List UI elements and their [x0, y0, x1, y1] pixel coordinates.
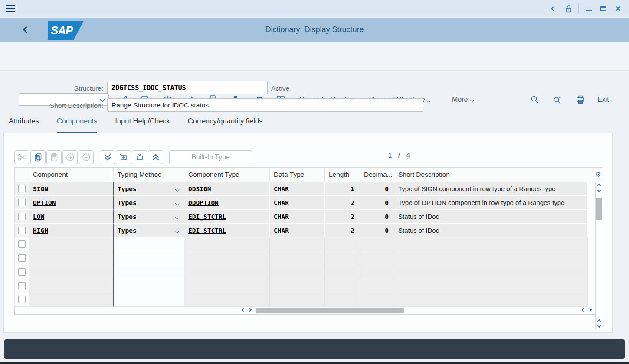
chevron-down-icon[interactable] [176, 227, 179, 234]
insert-line-button[interactable] [116, 150, 131, 164]
print-icon[interactable] [575, 94, 586, 105]
unlock-icon[interactable] [561, 0, 576, 17]
built-in-type-button[interactable]: Built-In Type [169, 150, 252, 164]
chevron-down-icon[interactable] [176, 199, 179, 207]
table-row-empty [15, 265, 595, 279]
short-description-cell: Type of OPTION component in row type of … [398, 199, 565, 206]
table-toolbar: Built-In Type [14, 150, 253, 164]
scroll-down-icon[interactable] [597, 188, 601, 192]
row-checkbox[interactable] [18, 213, 26, 220]
paste-button[interactable] [46, 150, 62, 164]
structure-label: Structure: [34, 84, 103, 92]
row-checkbox[interactable] [18, 268, 26, 276]
move-up-button[interactable] [148, 150, 163, 164]
search-icon[interactable] [530, 94, 540, 105]
pagination-current: 1 [385, 152, 395, 159]
row-checkbox[interactable] [18, 185, 26, 192]
component-type-cell[interactable]: DDSIGN [188, 185, 211, 192]
length-cell: 1 [351, 185, 354, 192]
search-plus-icon[interactable] [552, 94, 563, 105]
scroll-left-icon[interactable] [582, 308, 585, 312]
component-type-cell[interactable]: EDI_STCTRL [188, 227, 226, 234]
row-checkbox[interactable] [18, 240, 26, 248]
horizontal-scroll-thumb[interactable] [256, 308, 404, 313]
table-row-empty [15, 251, 595, 265]
column-header-short-description[interactable]: Short Description [394, 168, 596, 182]
row-checkbox[interactable] [18, 199, 26, 206]
decimals-cell: 0 [385, 185, 389, 192]
exit-button[interactable]: Exit [597, 94, 609, 105]
row-checkbox[interactable] [18, 282, 26, 289]
scroll-up-icon[interactable] [597, 319, 601, 323]
component-type-cell[interactable]: EDI_STCTRL [188, 213, 226, 220]
length-cell: 2 [351, 227, 354, 234]
decimals-cell: 0 [385, 213, 389, 220]
component-type-cell[interactable]: DDOPTION [188, 199, 219, 206]
pagination-separator: / [395, 152, 403, 159]
tab-strip: Attributes Components Input Help/Check C… [9, 117, 262, 133]
column-header-decimals[interactable]: Decima... [360, 168, 394, 182]
horizontal-scrollbar[interactable] [14, 307, 595, 315]
short-description-cell: Type of SIGN component in row type of a … [398, 185, 556, 192]
move-down-button[interactable] [100, 150, 115, 164]
status-bar [4, 339, 625, 359]
insert-row-button[interactable] [62, 150, 78, 164]
minimize-icon[interactable] [581, 0, 596, 17]
scroll-up-icon[interactable] [597, 184, 601, 187]
column-header-component[interactable]: Component [29, 168, 114, 182]
component-cell[interactable]: HIGH [33, 227, 48, 234]
chevron-down-icon[interactable] [100, 97, 105, 102]
delete-row-button[interactable] [79, 150, 94, 164]
more-button[interactable]: More [452, 94, 474, 105]
scroll-down-icon[interactable] [597, 324, 601, 328]
column-header-data-type[interactable]: Data Type [270, 168, 325, 182]
typing-method-cell[interactable]: Types [114, 196, 184, 210]
table-settings-gear-icon[interactable]: ⚙ [596, 171, 601, 179]
tab-currency-quantity-fields[interactable]: Currency/quantity fields [188, 117, 262, 133]
cut-button[interactable] [14, 150, 29, 164]
select-all-cell[interactable] [15, 168, 29, 182]
scroll-right-icon[interactable] [588, 308, 592, 312]
hamburger-menu-icon[interactable] [6, 5, 15, 12]
data-type-cell: CHAR [274, 227, 289, 234]
data-type-cell: CHAR [274, 213, 289, 220]
component-cell[interactable]: OPTION [33, 199, 56, 206]
scroll-left-icon[interactable] [242, 308, 245, 312]
length-cell: 2 [351, 199, 354, 206]
table-row-empty [15, 293, 595, 307]
tab-components[interactable]: Components [57, 117, 98, 133]
vertical-scroll-thumb[interactable] [596, 198, 602, 220]
short-description-field[interactable]: Range Structure for IDOC status [107, 98, 423, 112]
component-cell[interactable]: SIGN [33, 185, 48, 192]
vertical-scrollbar[interactable] [595, 182, 603, 329]
decimals-cell: 0 [385, 199, 389, 206]
window-bottom-edge [0, 362, 629, 364]
row-checkbox[interactable] [18, 254, 26, 262]
back-nav-icon[interactable] [546, 0, 561, 17]
table-row: HIGH Types EDI_STCTRL CHAR 2 0 Status of… [15, 224, 595, 237]
typing-method-cell[interactable]: Types [114, 210, 184, 224]
column-header-typing-method[interactable]: Typing Method [114, 168, 184, 182]
status-text: Active [271, 84, 289, 92]
component-cell[interactable]: LOW [33, 213, 44, 220]
row-checkbox[interactable] [18, 227, 26, 234]
tab-input-help-check[interactable]: Input Help/Check [115, 117, 170, 133]
row-checkbox[interactable] [18, 296, 26, 303]
close-icon[interactable]: × [611, 0, 626, 17]
column-header-length[interactable]: Length [325, 168, 360, 182]
structure-field[interactable]: ZOGTCSS_IDOC_STATUS [107, 81, 268, 94]
typing-method-cell[interactable]: Types [114, 224, 184, 237]
chevron-down-icon[interactable] [176, 185, 179, 193]
table-row: OPTION Types DDOPTION CHAR 2 0 Type of O… [15, 196, 595, 210]
table-row-empty [15, 237, 595, 251]
decimals-cell: 0 [385, 227, 389, 234]
maximize-icon[interactable] [596, 0, 611, 17]
chevron-down-icon[interactable] [176, 213, 179, 221]
tab-attributes[interactable]: Attributes [9, 117, 39, 133]
column-header-component-type[interactable]: Component Type [184, 168, 270, 182]
page-title: Dictionary: Display Structure [0, 25, 629, 34]
typing-method-cell[interactable]: Types [114, 182, 184, 196]
copy-button[interactable] [30, 150, 46, 164]
scroll-right-icon[interactable] [248, 308, 252, 312]
delete-line-button[interactable] [132, 150, 147, 164]
